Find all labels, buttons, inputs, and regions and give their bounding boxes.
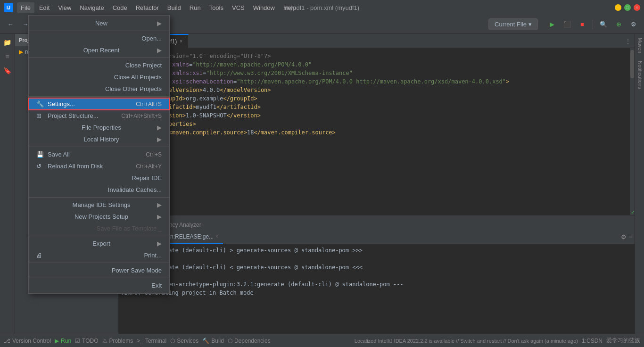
- menu-vcs[interactable]: VCS: [228, 2, 248, 13]
- status-notification[interactable]: Localized IntelliJ IDEA 2022.2.2 is avai…: [355, 338, 578, 344]
- search-icon[interactable]: 🔍: [597, 18, 610, 31]
- problems-label: Problems: [109, 338, 133, 344]
- status-todo[interactable]: ☑ TODO: [75, 338, 98, 344]
- run-output: :n:3.2.1:generate (default-cli) > genera…: [119, 244, 635, 334]
- current-file-dropdown[interactable]: Current File ▾: [488, 18, 538, 30]
- menu-item-reload[interactable]: ↺ Reload All from Disk Ctrl+Alt+Y: [29, 160, 169, 172]
- menu-item-settings[interactable]: 🔧 Settings... Ctrl+Alt+S: [29, 98, 169, 110]
- menu-item-power-save-mode[interactable]: Power Save Mode: [29, 264, 169, 276]
- menu-item-save-template-label: Save File as Template _: [97, 225, 162, 232]
- menu-item-open-recent[interactable]: Open Recent ▶: [29, 44, 169, 56]
- menu-item-close-other-projects[interactable]: Close Other Projects: [29, 83, 169, 95]
- run-settings-icon[interactable]: ⚙: [621, 233, 627, 240]
- terminal-label: Terminal: [145, 338, 166, 344]
- menu-item-close-all-projects[interactable]: Close All Projects: [29, 71, 169, 83]
- checkmark-indicator: ✓: [631, 210, 635, 215]
- status-deps[interactable]: ⬡ Dependencies: [228, 338, 271, 344]
- menu-item-save-file-template: Save File as Template _: [29, 223, 169, 234]
- user-label: 爱学习的蓝族: [606, 337, 640, 345]
- plus-circle-icon[interactable]: ⊕: [612, 18, 625, 31]
- editor-scrollbar[interactable]: ✓: [630, 48, 635, 215]
- scrollbar-thumb[interactable]: [630, 50, 634, 78]
- run-line-5: [INFO] --- maven-archetype-plugin:3.2.1:…: [121, 280, 633, 289]
- menu-window[interactable]: Window: [249, 2, 279, 13]
- menu-code[interactable]: Code: [109, 2, 131, 13]
- back-button[interactable]: ←: [4, 18, 17, 31]
- menu-view[interactable]: View: [54, 2, 75, 13]
- status-vcs[interactable]: ⎇ Version Control: [4, 338, 51, 344]
- code-editor: 123456 789101112 <?xml version="1.0" enc…: [119, 48, 635, 215]
- stop-toolbar-button[interactable]: ■: [576, 18, 589, 31]
- menu-item-file-properties[interactable]: File Properties ▶: [29, 122, 169, 133]
- tab-close-icon[interactable]: ×: [180, 39, 182, 44]
- settings-wrench-icon: 🔧: [36, 100, 45, 107]
- menu-item-close-project-label: Close Project: [125, 62, 162, 69]
- menu-tools[interactable]: Tools: [206, 2, 227, 13]
- editor-bottom-tabs: Text Dependency Analyzer: [119, 215, 635, 230]
- vcs-icon: ⎇: [4, 338, 10, 344]
- menu-navigate[interactable]: Navigate: [76, 2, 107, 13]
- code-content[interactable]: <?xml version="1.0" encoding="UTF-8"?> <…: [138, 48, 630, 215]
- run-line-6: [INFO] Generating project in Batch mode: [121, 289, 633, 297]
- save-all-shortcut: Ctrl+S: [146, 151, 162, 158]
- menu-item-exit[interactable]: Exit: [29, 280, 169, 291]
- run-status-label: Run: [61, 338, 71, 344]
- menu-item-manage-ide-settings[interactable]: Manage IDE Settings ▶: [29, 199, 169, 211]
- position-label: 1:CSDN: [582, 338, 603, 344]
- notifications-panel-label[interactable]: Notifications: [635, 57, 644, 93]
- menu-item-local-history[interactable]: Local History ▶: [29, 133, 169, 145]
- editor-settings-icon[interactable]: ⋮: [621, 38, 635, 44]
- menu-item-new[interactable]: New ▶: [29, 17, 169, 29]
- status-user[interactable]: 爱学习的蓝族: [606, 337, 640, 345]
- menu-item-repair-ide[interactable]: Repair IDE: [29, 172, 169, 184]
- project-icon[interactable]: 📁: [1, 36, 14, 49]
- status-services[interactable]: ⬡ Services: [170, 338, 198, 344]
- menu-item-invalidate-caches[interactable]: Invalidate Caches...: [29, 184, 169, 196]
- close-button[interactable]: ×: [634, 4, 640, 11]
- menu-run[interactable]: Run: [186, 2, 205, 13]
- status-position[interactable]: 1:CSDN: [582, 338, 603, 344]
- menu-refactor[interactable]: Refactor: [132, 2, 163, 13]
- build-label: Build: [211, 338, 224, 344]
- status-terminal[interactable]: >_ Terminal: [137, 338, 166, 344]
- run-minimize-icon[interactable]: −: [628, 233, 633, 241]
- editor-container: M pom.xml (myudf1) × ⋮ 123456 789101112 …: [119, 34, 635, 334]
- reload-shortcut: Ctrl+Alt+Y: [136, 163, 162, 170]
- run-toolbar-button[interactable]: ▶: [545, 18, 559, 31]
- menu-item-new-projects-label: New Projects Setup: [74, 213, 128, 220]
- minimize-button[interactable]: －: [615, 4, 621, 11]
- new-projects-arrow-icon: ▶: [157, 213, 162, 220]
- menu-arrow-icon: ▶: [157, 20, 162, 27]
- run-tab-close-icon[interactable]: ×: [215, 234, 218, 239]
- menu-item-close-all-label: Close All Projects: [114, 74, 162, 81]
- structure-icon[interactable]: ≡: [1, 50, 14, 63]
- status-run[interactable]: ▶ Run: [55, 338, 71, 344]
- menu-item-print[interactable]: 🖨 Print...: [29, 249, 169, 261]
- export-arrow-icon: ▶: [157, 240, 162, 247]
- menu-item-close-project[interactable]: Close Project: [29, 59, 169, 71]
- bookmarks-icon[interactable]: 🔖: [1, 64, 14, 77]
- menu-item-open-recent-label: Open Recent: [83, 47, 120, 54]
- menu-item-new-projects-setup[interactable]: New Projects Setup ▶: [29, 211, 169, 223]
- status-problems[interactable]: ⚠ Problems: [102, 338, 133, 344]
- menu-build[interactable]: Build: [164, 2, 185, 13]
- menu-item-save-all[interactable]: 💾 Save All Ctrl+S: [29, 149, 169, 160]
- maximize-button[interactable]: □: [624, 4, 631, 11]
- menu-item-export[interactable]: Export ▶: [29, 238, 169, 249]
- settings-icon[interactable]: ⚙: [627, 18, 640, 31]
- menu-divider-7: [29, 263, 169, 263]
- maven-panel-label[interactable]: Maven: [635, 34, 644, 57]
- run-status-icon: ▶: [55, 338, 59, 344]
- menu-item-open[interactable]: Open...: [29, 33, 169, 44]
- menu-edit[interactable]: Edit: [35, 2, 53, 13]
- run-tabs-header: ▶ archetype-plugin:RELEASE:ge... × ⚙ −: [119, 230, 635, 244]
- menu-item-project-structure[interactable]: ⊞ Project Structure... Ctrl+Alt+Shift+S: [29, 110, 169, 122]
- menu-file[interactable]: File: [17, 2, 34, 13]
- right-sidebar: Maven Notifications: [635, 34, 644, 334]
- status-build[interactable]: 🔨 Build: [202, 338, 224, 344]
- debug-toolbar-button[interactable]: ⬛: [561, 18, 574, 31]
- version-control-label: Version Control: [12, 338, 51, 344]
- window-controls: － □ ×: [615, 4, 640, 11]
- editor-tabs: M pom.xml (myudf1) × ⋮: [119, 34, 635, 48]
- todo-icon: ☑: [75, 338, 80, 344]
